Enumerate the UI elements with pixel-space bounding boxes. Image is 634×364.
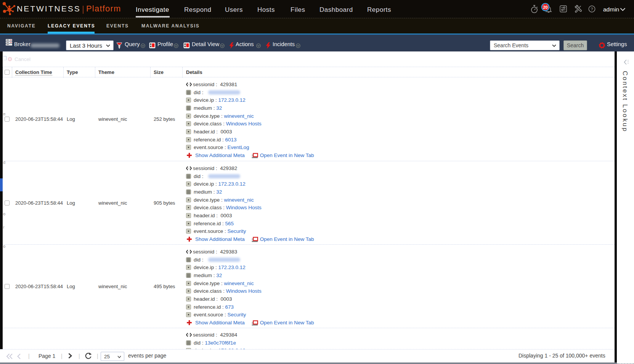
- svg-text:?: ?: [591, 7, 593, 11]
- svg-text:20: 20: [543, 5, 547, 10]
